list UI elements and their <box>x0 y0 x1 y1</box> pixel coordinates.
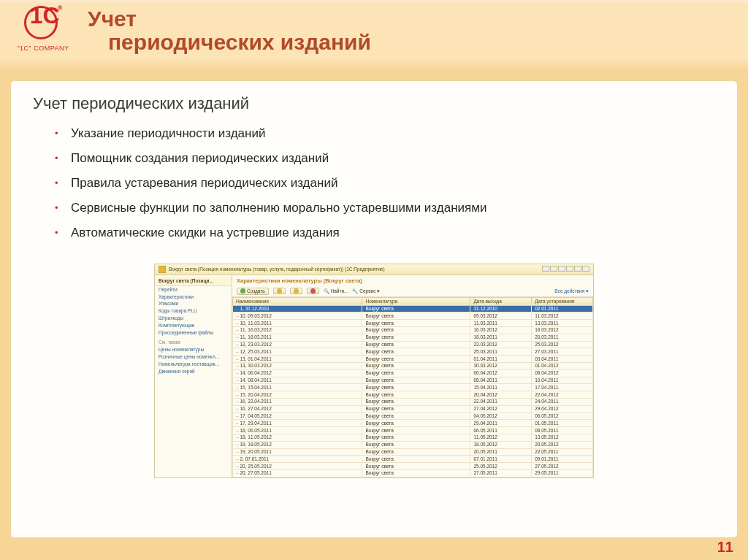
table-row[interactable]: 17, 29.04.2011Вокруг света29.04.201101.0… <box>233 420 593 427</box>
column-header[interactable]: Дата выхода <box>470 297 532 305</box>
table-row[interactable]: 10, 11.03.2011Вокруг света11.03.201113.0… <box>233 320 593 327</box>
sidebar-item[interactable]: Номенклатура поставщик... <box>155 361 232 368</box>
sidebar-item[interactable]: Штрихкоды <box>155 315 232 322</box>
table-row[interactable]: 18, 11.05.2012Вокруг света11.05.201213.0… <box>233 434 593 441</box>
table-row[interactable]: 17, 04.05.2012Вокруг света04.05.201206.0… <box>233 413 593 420</box>
embedded-screenshot: Вокруг света (Позиция номенклатуры (това… <box>154 264 594 478</box>
create-button[interactable]: Создать <box>237 288 269 295</box>
column-header[interactable]: Номенклатура <box>362 297 470 305</box>
bullet-item: Правила устаревания периодических издани… <box>55 176 715 201</box>
toolbar: Создать 🔍 Найти... 🔧 Сервис ▾ Все действ… <box>232 286 593 297</box>
table-row[interactable]: 16, 22.04.2011Вокруг света22.04.201124.0… <box>233 398 593 405</box>
page-number: 11 <box>717 539 733 556</box>
table-row[interactable]: 10, 09.03.2012Вокруг света09.03.201211.0… <box>233 312 593 320</box>
find-button[interactable]: 🔍 Найти... <box>324 288 348 294</box>
service-button[interactable]: 🔧 Сервис ▾ <box>352 288 380 294</box>
slide-title: Учет периодических изданий <box>88 7 371 53</box>
column-header[interactable]: Наименование <box>233 297 362 305</box>
table-row[interactable]: 11, 16.03.2012Вокруг света16.03.201218.0… <box>233 326 593 334</box>
table-row[interactable]: 15, 20.04.2012Вокруг света20.04.201222.0… <box>233 391 593 399</box>
table-row[interactable]: 12, 25.03.2011Вокруг света25.03.201127.0… <box>233 348 593 356</box>
copy-button[interactable] <box>273 288 286 294</box>
panel-title: Характеристики номенклатуры (Вокруг свет… <box>232 275 593 286</box>
title-line2: периодических изданий <box>88 31 371 54</box>
table-row[interactable]: 11, 18.03.2011Вокруг света18.03.201120.0… <box>233 334 593 341</box>
bullet-item: Автоматические скидки на устревшие издан… <box>55 226 715 250</box>
sidebar-item[interactable]: Движения серий <box>155 368 232 375</box>
delete-button[interactable] <box>307 288 319 294</box>
section-heading: Учет периодических изданий <box>33 94 715 113</box>
table-row[interactable]: 13, 01.04.2011Вокруг света01.04.201103.0… <box>233 356 593 363</box>
window-buttons <box>541 266 589 273</box>
content-card: Учет периодических изданий Указание пери… <box>10 80 738 538</box>
table-row[interactable]: 20, 27.05.2011Вокруг света27.05.201129.0… <box>233 469 593 477</box>
table-row[interactable]: 18, 06.05.2011Вокруг света06.05.201108.0… <box>233 427 593 434</box>
side-panel: Вокруг света (Позици... ПерейтиХарактери… <box>155 275 232 477</box>
sidebar-item[interactable]: Упаковки <box>155 300 232 307</box>
edit-button[interactable] <box>290 288 302 294</box>
app-icon <box>159 266 166 273</box>
table-row[interactable]: 20, 25.05.2012Вокруг света25.05.201227.0… <box>233 463 593 470</box>
slide: 1C® "1C" COMPANY Учет периодических изда… <box>0 0 748 560</box>
bullet-item: Помощник создания периодических изданий <box>55 151 715 176</box>
table-row[interactable]: 12, 23.03.2012Вокруг света23.03.201225.0… <box>233 341 593 348</box>
window-title-text: Вокруг света (Позиция номенклатуры (това… <box>169 266 538 272</box>
table-row[interactable]: 16, 27.04.2012Вокруг света27.04.201229.0… <box>233 405 593 413</box>
table-row[interactable]: 19, 18.05.2012Вокруг света18.05.201220.0… <box>233 441 593 448</box>
table-row[interactable]: 2, 07.01.2011Вокруг света07.01.201109.01… <box>233 456 593 463</box>
sidebar-item[interactable]: Характеристики <box>155 294 232 301</box>
sidebar-item[interactable]: Розничные цены номенкл... <box>155 353 232 361</box>
bullet-item: Указание периодичности изданий <box>55 126 715 151</box>
sidebar-item[interactable]: Перейти <box>155 286 232 294</box>
bullet-item: Сервисные функции по заполнению морально… <box>55 201 715 226</box>
title-line1: Учет <box>88 7 137 31</box>
window-titlebar: Вокруг света (Позиция номенклатуры (това… <box>155 264 593 275</box>
logo-tagline: "1C" COMPANY <box>10 45 76 52</box>
sidebar-item[interactable]: Коды товара PLU <box>155 307 232 315</box>
sidebar-see-also: См. также <box>155 339 232 346</box>
main-panel: Характеристики номенклатуры (Вокруг свет… <box>232 275 593 477</box>
table-row[interactable]: 13, 30.03.2012Вокруг света30.03.201201.0… <box>233 362 593 369</box>
table-row[interactable]: 1, 31.12.2010Вокруг света31.12.201002.01… <box>233 305 593 312</box>
sidebar-item[interactable]: Присоединенные файлы <box>155 329 232 337</box>
sidebar-item[interactable]: Цены номенклатуры <box>155 346 232 353</box>
column-header[interactable]: Дата устаревания <box>532 297 593 305</box>
table-row[interactable]: 19, 20.05.2011Вокруг света20.05.201122.0… <box>233 448 593 456</box>
logo: 1C® "1C" COMPANY <box>10 6 76 52</box>
all-actions-link[interactable]: Все действия ▾ <box>554 288 589 294</box>
data-grid[interactable]: НаименованиеНоменклатураДата выходаДата … <box>232 297 593 477</box>
table-row[interactable]: 14, 08.04.2011Вокруг света08.04.201110.0… <box>233 377 593 384</box>
bullet-list: Указание периодичности изданийПомощник с… <box>55 126 715 250</box>
sidebar-item[interactable]: Комплектующие <box>155 322 232 329</box>
sidebar-header: Вокруг света (Позици... <box>155 277 232 286</box>
table-row[interactable]: 14, 06.04.2012Вокруг света06.04.201208.0… <box>233 369 593 377</box>
table-row[interactable]: 15, 15.04.2011Вокруг света15.04.201117.0… <box>233 384 593 391</box>
